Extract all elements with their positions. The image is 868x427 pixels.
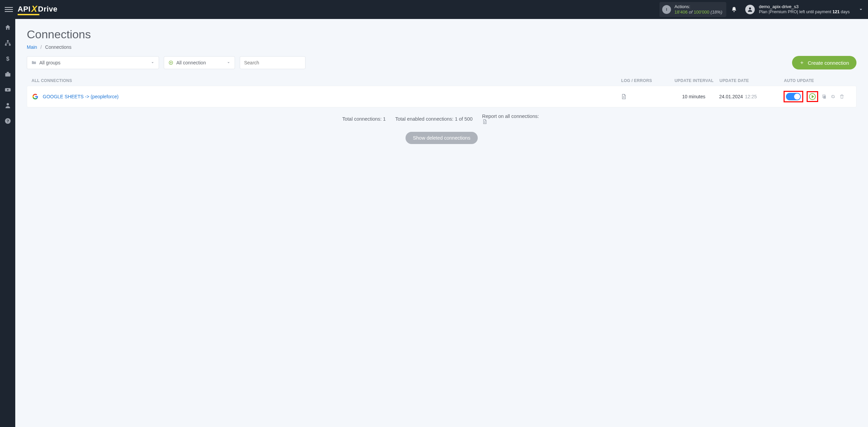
logo-drive: Drive bbox=[38, 5, 58, 14]
actions-current: 18'406 bbox=[674, 9, 688, 15]
svg-rect-18 bbox=[823, 96, 826, 99]
play-circle-icon bbox=[168, 60, 174, 65]
sidebar-youtube-icon[interactable] bbox=[4, 86, 12, 94]
svg-rect-1 bbox=[666, 9, 667, 11]
show-deleted-button[interactable]: Show deleted connections bbox=[406, 132, 478, 144]
gear-icon[interactable] bbox=[830, 94, 836, 99]
sidebar-home-icon[interactable] bbox=[4, 24, 12, 31]
svg-point-2 bbox=[749, 7, 751, 9]
chevron-down-icon bbox=[151, 61, 155, 65]
actions-total: 100'000 bbox=[694, 9, 709, 15]
logo[interactable]: API X Drive bbox=[18, 4, 58, 15]
trash-icon[interactable] bbox=[839, 94, 845, 99]
th-log: LOG / ERRORS bbox=[621, 78, 669, 83]
user-menu[interactable]: demo_apix-drive_s3 Plan |Premium PRO| le… bbox=[745, 4, 863, 15]
th-name: ALL CONNECTIONS bbox=[32, 78, 621, 83]
th-date: UPDATE DATE bbox=[719, 78, 784, 83]
highlight-play bbox=[807, 91, 818, 102]
sidebar: $ ? bbox=[0, 19, 15, 427]
svg-point-0 bbox=[666, 8, 667, 9]
svg-text:$: $ bbox=[6, 56, 9, 62]
svg-rect-5 bbox=[9, 44, 11, 45]
th-interval: UPDATE INTERVAL bbox=[669, 78, 719, 83]
report-doc-icon[interactable] bbox=[482, 119, 541, 124]
interval-value: 10 minutes bbox=[668, 94, 719, 99]
breadcrumb-current: Connections bbox=[45, 44, 72, 50]
svg-rect-3 bbox=[7, 40, 8, 42]
stats-enabled: Total enabled connections: 1 of 500 bbox=[395, 116, 473, 122]
groups-select[interactable]: All groups bbox=[27, 56, 159, 69]
hamburger-menu-icon[interactable] bbox=[5, 5, 13, 14]
chevron-down-icon[interactable] bbox=[859, 7, 863, 12]
actions-counter[interactable]: Actions: 18'406 of 100'000 (18%) bbox=[659, 2, 726, 17]
breadcrumb-sep: / bbox=[38, 44, 44, 50]
connection-filter-label: All connection bbox=[176, 60, 206, 65]
breadcrumb: Main / Connections bbox=[27, 44, 856, 50]
notifications-bell-icon[interactable] bbox=[731, 6, 741, 13]
logo-api: API bbox=[18, 5, 31, 14]
user-name: demo_apix-drive_s3 bbox=[759, 4, 850, 9]
chevron-down-icon bbox=[226, 61, 231, 65]
svg-rect-8 bbox=[6, 72, 9, 73]
connection-filter-select[interactable]: All connection bbox=[164, 56, 235, 69]
stats-report: Report on all connections: bbox=[482, 114, 539, 119]
actions-of: of bbox=[688, 9, 694, 15]
date-value: 24.01.202412:25 bbox=[719, 94, 784, 99]
copy-icon[interactable] bbox=[822, 94, 827, 99]
svg-rect-7 bbox=[5, 73, 10, 77]
stats-report-wrap: Report on all connections: bbox=[482, 114, 541, 124]
groups-label: All groups bbox=[39, 60, 60, 65]
plus-icon bbox=[800, 60, 804, 65]
user-plan: Plan |Premium PRO| left until payment 12… bbox=[759, 9, 850, 15]
create-connection-button[interactable]: Create connection bbox=[792, 56, 856, 69]
actions-label: Actions: bbox=[674, 4, 722, 9]
info-icon bbox=[662, 5, 671, 14]
th-auto: AUTO UPDATE bbox=[784, 78, 852, 83]
google-icon bbox=[32, 93, 39, 100]
sidebar-briefcase-icon[interactable] bbox=[4, 70, 12, 78]
table-header: ALL CONNECTIONS LOG / ERRORS UPDATE INTE… bbox=[27, 76, 856, 86]
search-input[interactable] bbox=[244, 60, 301, 65]
sidebar-dollar-icon[interactable]: $ bbox=[4, 55, 12, 62]
svg-point-11 bbox=[6, 103, 9, 105]
sidebar-user-icon[interactable] bbox=[4, 102, 12, 109]
sidebar-sitemap-icon[interactable] bbox=[4, 39, 12, 47]
sidebar-help-icon[interactable]: ? bbox=[4, 117, 12, 125]
run-now-icon[interactable] bbox=[809, 93, 816, 100]
logo-x: X bbox=[31, 4, 37, 14]
svg-text:?: ? bbox=[6, 119, 9, 123]
page-title: Connections bbox=[27, 28, 856, 41]
stats-row: Total connections: 1 Total enabled conne… bbox=[27, 114, 856, 124]
stats-total: Total connections: 1 bbox=[342, 116, 386, 122]
create-label: Create connection bbox=[808, 60, 849, 66]
toolbar: All groups All connection Creat bbox=[27, 56, 856, 69]
log-doc-icon[interactable] bbox=[621, 94, 668, 100]
breadcrumb-main[interactable]: Main bbox=[27, 44, 37, 50]
folder-icon bbox=[31, 60, 37, 65]
svg-rect-4 bbox=[5, 44, 6, 45]
connection-name-link[interactable]: GOOGLE SHEETS -> (peopleforce) bbox=[43, 94, 119, 99]
auto-update-toggle[interactable] bbox=[786, 93, 801, 100]
main-content: Connections Main / Connections All group… bbox=[15, 19, 868, 427]
highlight-toggle bbox=[784, 91, 803, 102]
actions-percent: (18%) bbox=[711, 9, 723, 15]
svg-marker-15 bbox=[171, 62, 172, 63]
top-header: API X Drive Actions: 18'406 of 100'000 (… bbox=[0, 0, 868, 19]
connection-row: GOOGLE SHEETS -> (peopleforce) 10 minute… bbox=[27, 86, 856, 107]
search-input-wrap[interactable] bbox=[240, 56, 305, 69]
avatar-icon bbox=[745, 5, 755, 14]
